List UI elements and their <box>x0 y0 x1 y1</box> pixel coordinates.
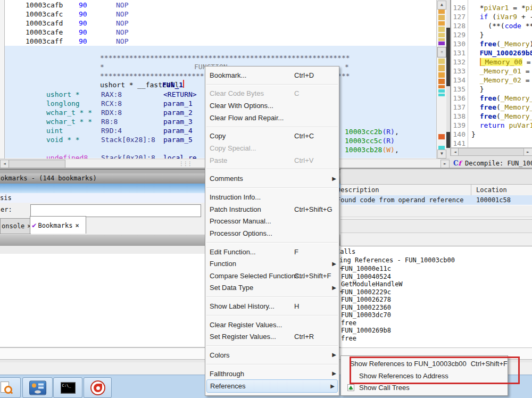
bookmark-marker[interactable] <box>438 27 445 32</box>
decompiler-line[interactable]: 138 free(_Memory_02) <box>451 112 532 121</box>
submenu-item-show-references-to-address[interactable]: Show References to Address <box>341 370 508 382</box>
table-header-row[interactable]: Description Location <box>340 184 532 196</box>
bookmark-marker[interactable] <box>438 94 445 96</box>
menu-item-clear-code-bytes[interactable]: Clear Code BytesC <box>205 88 339 100</box>
taskbar-button-ghidra[interactable] <box>84 377 112 398</box>
bookmark-marker[interactable] <box>438 59 445 64</box>
bookmark-marker[interactable] <box>438 146 445 150</box>
splitter-grip-icon[interactable]: ⋮⋮⋮ <box>179 160 187 168</box>
decompiler-line[interactable]: 140} <box>451 130 532 139</box>
bookmark-marker[interactable] <box>438 10 445 14</box>
call-list-item[interactable]: FUN_100040524 <box>341 273 391 280</box>
call-list-item[interactable]: FUN_10003dc70 <box>341 311 391 319</box>
bookmark-marker[interactable] <box>438 72 445 78</box>
call-list-item[interactable]: GetModuleHandleW <box>341 280 403 288</box>
column-location[interactable]: Location <box>476 185 507 195</box>
decompiler-line[interactable]: 141 <box>451 139 532 148</box>
decompiler-line[interactable]: 131 FUN_1000269b8( <box>451 48 532 57</box>
taskbar-button-document-search[interactable] <box>0 377 21 398</box>
bookmark-marker[interactable] <box>438 65 445 71</box>
tree-expand-icon[interactable]: ▸ <box>340 289 343 294</box>
scroll-down-icon[interactable]: ▼ <box>437 150 446 159</box>
signature-function-name[interactable]: FUN_1 <box>162 80 183 89</box>
decompiler-line[interactable]: 126 *piVar1 = *piV <box>451 3 532 12</box>
call-list-item[interactable]: FUN_1000269b8 <box>341 327 391 334</box>
menu-item-processor-manual[interactable]: Processor Manual... <box>205 215 339 227</box>
menu-item-clear-with-options[interactable]: Clear With Options... <box>205 100 339 112</box>
submenu-item-show-references-to-fun-10003cb00[interactable]: Show References to FUN_10003cb00Ctrl+Shi… <box>341 358 508 370</box>
tree-expand-icon[interactable]: ▸ <box>340 266 343 270</box>
bookmark-marker[interactable] <box>438 33 445 37</box>
decompiler-line[interactable]: 137 free(_Memory_01) <box>451 103 532 112</box>
taskbar-button-control-panel[interactable] <box>22 377 53 398</box>
bookmark-marker[interactable] <box>438 89 445 93</box>
decompiler-line[interactable]: 139 return puVar11; <box>451 121 532 130</box>
menu-item-copy-special[interactable]: Copy Special... <box>205 142 339 154</box>
decompiler-line[interactable]: 133 _Memory_01 = 1 <box>451 67 532 76</box>
menu-item-paste[interactable]: PasteCtrl+V <box>205 154 339 167</box>
decompiler-line[interactable]: 135 } <box>451 85 532 94</box>
tab-bookmarks[interactable]: ✔Bookmarks× <box>30 216 86 234</box>
listing-row[interactable]: 10003cafc90NOP <box>0 10 450 19</box>
menu-item-fallthrough[interactable]: Fallthrough▶ <box>205 368 339 380</box>
menu-item-processor-options[interactable]: Processor Options... <box>205 227 339 239</box>
listing-row[interactable]: 10003cafb90NOP <box>0 1 450 10</box>
menu-item-set-data-type[interactable]: Set Data Type▶ <box>205 282 339 294</box>
scrollbar-thumb[interactable]: ≡ <box>437 47 446 57</box>
tab-console[interactable]: onsole× <box>0 218 31 234</box>
xref-entry[interactable]: 10003cb28(W), <box>345 145 399 154</box>
listing-row[interactable]: 10003caff90NOP <box>0 37 450 46</box>
listing-vertical-scrollbar[interactable]: ▲ ≡ ▼ <box>436 0 446 159</box>
call-list-item[interactable]: free <box>341 319 356 327</box>
decompiler-line[interactable]: 128 (**(code **) <box>451 21 532 30</box>
menu-item-show-label-history[interactable]: Show Label History...H <box>205 300 339 312</box>
column-description[interactable]: Description <box>337 185 379 195</box>
call-list-item[interactable]: FUN_10000e11c <box>341 265 391 272</box>
filter-input[interactable] <box>30 204 201 217</box>
close-icon[interactable]: × <box>72 222 79 229</box>
menu-item-bookmark[interactable]: Bookmark...Ctrl+D <box>205 69 339 81</box>
decompiler-line[interactable]: 129 } <box>451 30 532 39</box>
menu-item-instruction-info[interactable]: Instruction Info... <box>205 191 339 203</box>
xref-entry[interactable]: 10003cc5c(R) <box>345 136 395 145</box>
menu-item-function[interactable]: Function▶ <box>205 258 339 270</box>
submenu-item-show-call-trees[interactable]: Show Call Trees <box>341 382 508 394</box>
scroll-up-icon[interactable]: ▲ <box>437 1 446 10</box>
param-storage: R8:8 <box>101 117 118 126</box>
menu-item-references[interactable]: References▶ <box>206 379 338 393</box>
listing-row[interactable]: 10003cafd90NOP <box>0 19 450 28</box>
menu-item-colors[interactable]: Colors▶ <box>205 349 339 361</box>
menu-item-comments[interactable]: Comments▶ <box>205 172 339 185</box>
table-row[interactable]: Found code from operand reference 100001… <box>340 195 532 205</box>
bookmark-marker[interactable] <box>438 79 445 84</box>
menu-item-clear-register-values[interactable]: Clear Register Values... <box>205 319 339 331</box>
submenu-shortcut: Ctrl+Shift+F <box>471 360 508 368</box>
bookmark-marker[interactable] <box>438 15 445 20</box>
scroll-right-icon[interactable]: ► <box>523 148 532 156</box>
call-list-item[interactable]: FUN_10002229c <box>341 288 391 296</box>
call-list-item[interactable]: FUN_100022360 <box>341 304 391 311</box>
bookmark-marker[interactable] <box>438 38 445 41</box>
call-list-item[interactable]: FUN_100026278 <box>341 296 391 303</box>
listing-overview-margin[interactable] <box>446 0 450 169</box>
call-list-item[interactable]: free <box>341 335 356 342</box>
bookmark-marker[interactable] <box>438 134 445 139</box>
scrollbar-thumb[interactable] <box>458 148 526 156</box>
decompiler-line[interactable]: 130 free(_Memory); <box>451 39 532 48</box>
decompiler-line[interactable]: 136 free(_Memory_00) <box>451 94 532 103</box>
menu-item-set-register-values[interactable]: Set Register Values...Ctrl+R <box>205 331 339 343</box>
taskbar-button-command-prompt[interactable]: C:\_ <box>53 377 82 398</box>
menu-item-compare-selected-functions[interactable]: Compare Selected Functions...Ctrl+Shift+… <box>205 270 339 282</box>
listing-row[interactable]: 10003cafe90NOP <box>0 28 450 37</box>
bookmark-marker[interactable] <box>438 42 445 45</box>
menu-item-patch-instruction[interactable]: Patch InstructionCtrl+Shift+G <box>205 203 339 215</box>
menu-item-copy[interactable]: CopyCtrl+C <box>205 130 339 143</box>
bookmark-marker[interactable] <box>438 85 445 88</box>
bookmark-marker[interactable] <box>438 21 445 26</box>
menu-item-edit-function[interactable]: Edit Function...F <box>205 246 339 258</box>
decompiler-line[interactable]: 134 _Memory_02 = 1 <box>451 76 532 85</box>
xref-entry[interactable]: 10003cc2b(R), <box>345 127 399 136</box>
menu-item-clear-flow-and-repair[interactable]: Clear Flow and Repair... <box>205 112 339 124</box>
decompiler-line[interactable]: 127 if (iVar9 + -1 <box>451 12 532 21</box>
decompiler-line[interactable]: 132 _Memory_00 = 1 <box>451 57 532 67</box>
